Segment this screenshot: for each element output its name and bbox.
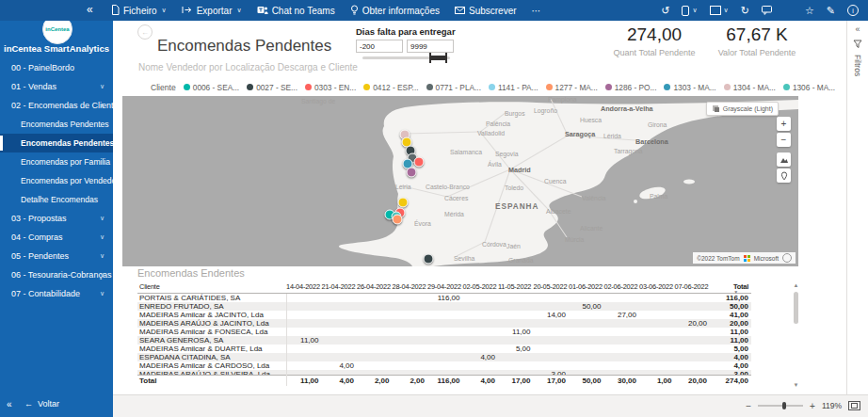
- map-point-11[interactable]: [393, 215, 403, 225]
- map-locate-button[interactable]: [777, 168, 791, 183]
- chevron-down-icon: ∨: [100, 290, 104, 297]
- column-header-02-06-2022: 02-06-2022: [604, 281, 640, 294]
- sidebar-item-encomendas-pendentes-mapa[interactable]: Encomendas Pendentes Mapa: [0, 134, 113, 152]
- sidebar-item-encomendas-pendentes[interactable]: Encomendas Pendentes: [0, 115, 113, 134]
- back-button[interactable]: ←Voltar: [24, 399, 59, 409]
- map-zoom-out-button[interactable]: −: [777, 133, 791, 147]
- legend-dot: [184, 84, 190, 90]
- pin-icon: [780, 171, 788, 181]
- chat-teams-button[interactable]: Chat no Teams: [257, 5, 335, 17]
- legend-item-1286-po[interactable]: 1286 - PO...: [605, 83, 657, 92]
- fit-to-page-icon[interactable]: [848, 401, 860, 410]
- map-label-salamanca: Salamanca: [450, 149, 482, 155]
- comments-icon[interactable]: [762, 6, 772, 15]
- view-menu-icon[interactable]: ∨: [710, 6, 729, 15]
- zoom-out-button[interactable]: −: [746, 401, 751, 411]
- map-label-logro-o: Logroño: [534, 107, 557, 114]
- filters-expand-icon[interactable]: «: [855, 24, 860, 34]
- legend-item-1306-ma[interactable]: 1306 - MA...: [783, 83, 835, 92]
- report-canvas: ← Encomendas Pendentes Dias falta para e…: [113, 21, 847, 395]
- sidebar-item-02-encomendas-de-clientes[interactable]: 02 - Encomendas de Clientes∧: [0, 96, 113, 115]
- export-menu[interactable]: Exportar∨: [182, 6, 242, 16]
- slicer-min-input[interactable]: [356, 40, 403, 53]
- reset-icon[interactable]: ↺: [661, 5, 669, 17]
- legend-item-0027-se[interactable]: 0027 - SE...: [247, 83, 297, 92]
- slider-handle-right[interactable]: [445, 53, 447, 63]
- legend-item-1277-ma[interactable]: 1277 - MA...: [546, 83, 598, 92]
- sidebar-item-encomendas-por-vendedor-c[interactable]: Encomendas por Vendedor/C...: [0, 171, 113, 190]
- sidebar-item-encomendas-por-familia[interactable]: Encomendas por Familia: [0, 152, 113, 171]
- map-label-barcelona: Barcelona: [635, 137, 668, 146]
- map-label-pal-ncia: Palência: [486, 120, 510, 127]
- sidebar-item-07-contabilidade[interactable]: 07 - Contabilidade∨: [0, 284, 113, 303]
- legend-item-1141-pa[interactable]: 1141 - PA...: [489, 83, 538, 92]
- table-row: MADEIRAS Amilcar & FONSECA, Lda11,0011,0…: [137, 328, 751, 336]
- zoom-slider-handle[interactable]: [782, 402, 786, 409]
- sidebar-item-detalhe-encomendas[interactable]: Detalhe Encomendas: [0, 190, 113, 209]
- map-visual[interactable]: Santiago dePamplonaLogroñoBurgosHuescaAn…: [122, 96, 798, 266]
- pending-orders-table-visual: Encomendas Endentes Cliente14-04-202221-…: [126, 267, 800, 395]
- sidebar-footer: « ←Voltar: [0, 398, 113, 413]
- scroll-up-icon[interactable]: ▲: [792, 282, 800, 288]
- file-menu[interactable]: Ficheiro∨: [111, 5, 167, 17]
- scroll-down-icon[interactable]: ▼: [792, 382, 800, 388]
- sidebar-item-06-tesouraria-cobran-as[interactable]: 06 - Tesouraria-Cobranças∨: [0, 265, 113, 284]
- microsoft-credit: Microsoft: [754, 255, 779, 262]
- sidebar-item-01-vendas[interactable]: 01 - Vendas∨: [0, 77, 113, 96]
- sidebar-item-05-pendentes[interactable]: 05 - Pendentes∨: [0, 247, 113, 265]
- sidebar-item-03-propostas[interactable]: 03 - Propostas∨: [0, 209, 113, 228]
- sidebar-item-04-compras[interactable]: 04 - Compras∨: [0, 228, 113, 247]
- zoom-slider[interactable]: [758, 405, 803, 407]
- map-zoom-in-button[interactable]: +: [777, 117, 791, 131]
- column-header-cliente: Cliente: [137, 281, 286, 294]
- page-back-button[interactable]: ←: [137, 24, 153, 40]
- get-insights-button[interactable]: Obter informações: [350, 5, 440, 17]
- feedback-icon[interactable]: [782, 253, 792, 263]
- map-terrain-button[interactable]: [777, 152, 791, 167]
- file-menu-label: Ficheiro: [123, 6, 157, 16]
- map-label-pamplona: Pamplona: [548, 96, 577, 103]
- map-point-5[interactable]: [414, 157, 425, 168]
- legend-item-1304-ma[interactable]: 1304 - MA...: [724, 83, 776, 92]
- map-label-albacete: Albacete: [546, 208, 571, 215]
- table-row: MADEIRAS Amilcar & DUARTE, Lda5,005,00: [137, 345, 751, 353]
- legend-item-0006-sea[interactable]: 0006 - SEA...: [184, 83, 239, 92]
- envelope-icon: [455, 6, 465, 16]
- favorite-star-icon[interactable]: ☆: [805, 5, 814, 17]
- map-point-12[interactable]: [424, 254, 434, 265]
- zoom-in-button[interactable]: +: [810, 401, 815, 411]
- legend-item-0303-en[interactable]: 0303 - EN...: [305, 83, 356, 92]
- map-label-granada: Granada: [508, 257, 533, 264]
- chevron-down-icon: ∨: [100, 233, 104, 241]
- refresh-icon[interactable]: ↻: [741, 5, 749, 17]
- column-header-total[interactable]: Total▼: [710, 281, 751, 294]
- info-icon[interactable]: i: [847, 5, 859, 16]
- map-point-6[interactable]: [407, 168, 417, 178]
- map-style-selector[interactable]: Grayscale (Light): [706, 102, 779, 116]
- map-label-valladolid: Valladolid: [477, 130, 505, 136]
- edit-icon[interactable]: ✎: [827, 5, 835, 17]
- get-insights-button-label: Obter informações: [362, 6, 440, 16]
- map-attribution: ©2022 TomTom Microsoft: [693, 252, 796, 264]
- topbar-more-button[interactable]: ⋯: [532, 6, 541, 16]
- legend-item-0771-pla[interactable]: 0771 - PLA...: [426, 83, 481, 92]
- mobile-view-icon[interactable]: ∨: [682, 6, 697, 16]
- map-point-7[interactable]: [398, 198, 409, 208]
- slicer-range-slider[interactable]: [362, 56, 450, 59]
- map-label-ja-n: Jaén: [506, 243, 521, 249]
- column-header-03-06-2022: 03-06-2022: [639, 281, 675, 294]
- legend-item-1303-ma[interactable]: 1303 - MA...: [664, 83, 715, 92]
- sidebar-item-00-painelbordo[interactable]: 00 - PainelBordo: [0, 58, 113, 77]
- slider-handle-left[interactable]: [429, 53, 431, 63]
- scrollbar-thumb[interactable]: [794, 292, 798, 324]
- chevron-down-icon: ∨: [237, 7, 242, 14]
- subscribe-button[interactable]: Subscrever: [455, 6, 517, 16]
- slicer-max-input[interactable]: [407, 40, 454, 53]
- legend-item-0412-esp[interactable]: 0412 - ESP...: [363, 83, 418, 92]
- nav-collapse-icon[interactable]: «: [87, 3, 93, 16]
- table-scrollbar[interactable]: ▲ ▼: [792, 282, 800, 388]
- filters-pane: « Filtros: [846, 21, 868, 395]
- sidebar-collapse-icon[interactable]: «: [7, 399, 12, 409]
- chevron-down-icon: ∨: [100, 271, 104, 279]
- kpi-quant-label: Quant Total Pendente: [609, 48, 699, 57]
